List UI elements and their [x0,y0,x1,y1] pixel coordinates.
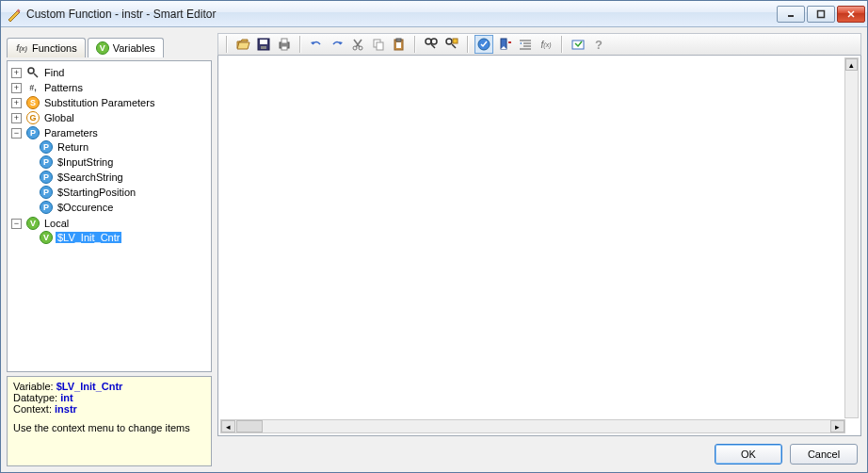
scroll-left-icon[interactable]: ◂ [221,420,235,432]
cancel-button[interactable]: Cancel [790,444,858,465]
tree-node-local[interactable]: Local [42,218,71,229]
tab-functions[interactable]: f(x) Functions [7,38,86,57]
find-replace-icon[interactable] [442,35,461,54]
paste-icon[interactable] [390,35,409,54]
param-icon: P [40,155,53,169]
svg-point-15 [353,46,357,50]
variable-tree[interactable]: + Find + #, Patterns + S Substitution Pa… [7,60,212,372]
tree-node-global[interactable]: Global [42,112,76,123]
svg-point-22 [426,39,431,44]
help-icon[interactable]: ? [589,35,608,54]
scroll-right-icon[interactable]: ▸ [830,420,844,432]
right-panel: f(x) ? ▴ ◂ ▸ OK Cancel [217,33,861,466]
tab-label: Functions [32,42,77,54]
vertical-scrollbar[interactable]: ▴ [844,57,859,418]
expand-toggle[interactable]: + [11,68,22,78]
tree-node-lv-init-cntr[interactable]: $LV_Init_Cntr [56,232,121,243]
svg-point-16 [359,46,362,50]
minimize-button[interactable] [777,6,805,23]
info-hint: Use the context menu to change items [13,422,205,433]
cut-icon[interactable] [348,35,367,54]
app-icon [7,7,22,22]
left-panel: f(x) Functions V Variables + Find + [7,33,212,466]
titlebar: Custom Function - instr - Smart Editor [1,1,867,27]
tree-node-return[interactable]: Return [56,141,90,153]
find-icon [26,66,40,79]
tab-label: Variables [113,42,155,54]
svg-line-26 [452,44,456,48]
tree-node-parameters[interactable]: Parameters [42,127,100,139]
info-dt-value: int [60,392,72,403]
svg-rect-27 [453,39,458,43]
svg-point-25 [446,39,452,44]
tree-node-occurence[interactable]: $Occurence [56,202,115,213]
print-icon[interactable] [275,35,294,54]
param-icon: P [40,171,53,184]
redo-icon[interactable] [328,35,346,54]
tree-node-patterns[interactable]: Patterns [42,82,85,93]
tree-node-substitution[interactable]: Substitution Parameters [42,97,156,108]
svg-rect-21 [396,42,401,48]
window: Custom Function - instr - Smart Editor f… [0,0,868,473]
toolbar-separator [414,36,416,53]
param-icon: P [40,201,53,214]
svg-rect-9 [261,46,266,49]
open-icon[interactable] [233,35,252,54]
save-icon[interactable] [254,35,273,54]
expand-toggle[interactable]: + [11,113,22,123]
window-buttons [777,6,865,23]
info-var-value: $LV_Init_Cntr [56,381,123,392]
info-dt-label: Datatype: [13,392,60,403]
bookmark-icon[interactable] [495,35,514,54]
param-icon: P [40,140,53,154]
function-icon[interactable]: f(x) [537,35,555,54]
execute-icon[interactable] [569,35,587,54]
expand-toggle[interactable]: + [11,83,22,93]
find-icon[interactable] [422,35,441,54]
tab-strip: f(x) Functions V Variables [7,37,212,57]
toolbar-separator [561,36,563,53]
local-var-icon: V [40,231,53,244]
patterns-icon: #, [26,81,40,94]
svg-point-24 [431,39,437,44]
validate-icon[interactable] [474,35,493,54]
parameters-icon: P [26,126,40,139]
dialog-buttons: OK Cancel [217,436,861,466]
substitution-icon: S [26,96,40,109]
info-var-label: Variable: [13,381,56,392]
expand-toggle[interactable]: + [11,98,22,108]
undo-icon[interactable] [307,35,326,54]
tree-node-searchstring[interactable]: $SearchString [56,171,125,183]
editor-toolbar: f(x) ? [217,33,861,56]
svg-rect-12 [281,46,287,50]
info-ctx-value: instr [55,403,77,415]
svg-point-5 [28,68,34,73]
expand-toggle[interactable]: − [11,128,22,139]
svg-rect-2 [818,10,825,17]
toolbar-separator [467,36,469,53]
svg-rect-18 [377,42,383,50]
tree-node-inputstring[interactable]: $InputString [56,156,115,168]
svg-rect-8 [260,40,267,44]
ok-button[interactable]: OK [715,444,782,465]
copy-icon[interactable] [369,35,388,54]
local-icon: V [26,217,40,230]
close-button[interactable] [837,6,865,23]
global-icon: G [26,111,40,124]
window-title: Custom Function - instr - Smart Editor [26,8,777,21]
toolbar-separator [226,36,228,53]
tree-node-startingpos[interactable]: $StartingPosition [56,187,137,198]
scroll-thumb[interactable] [236,420,263,432]
maximize-button[interactable] [807,6,835,23]
tab-variables[interactable]: V Variables [88,38,164,57]
scroll-up-icon[interactable]: ▴ [845,58,858,71]
horizontal-scrollbar[interactable]: ◂ ▸ [220,419,845,433]
info-panel: Variable: $LV_Init_Cntr Datatype: int Co… [7,376,212,466]
tree-node-find[interactable]: Find [42,67,66,78]
code-editor[interactable]: ▴ ◂ ▸ [217,56,861,436]
info-ctx-label: Context: [13,403,55,415]
variables-icon: V [96,41,109,55]
svg-rect-20 [396,39,401,41]
outdent-icon[interactable] [516,35,535,54]
expand-toggle[interactable]: − [11,219,22,229]
